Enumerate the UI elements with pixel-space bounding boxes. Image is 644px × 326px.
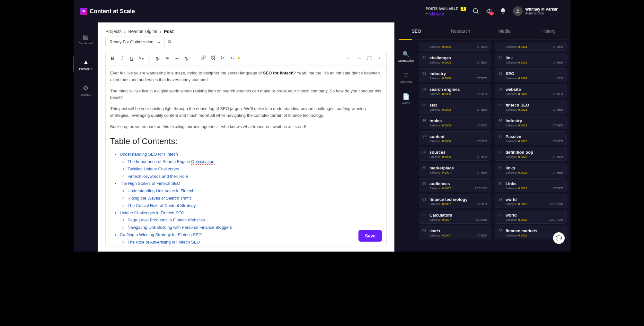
keyword-card[interactable]: 90 audiences Salience: 0.0007 PERSON [419,178,490,192]
toc-sublink[interactable]: Fintech Keywords and their Role [128,174,188,179]
link-button[interactable]: 🔗 [200,55,206,61]
search-icon[interactable] [472,8,480,15]
header: ≡ Content at Scale POSTS AVAILABLE 1 + A… [74,0,570,22]
toc-link[interactable]: Understanding SEO for Fintech [120,152,178,157]
paragraph-button[interactable]: ¶▾ [155,56,161,61]
kw-number: 91 [498,197,502,201]
bold-button[interactable]: B [110,56,115,61]
keyword-card[interactable]: 82 link Salience: 0.0024 OTHER [495,53,567,66]
toc-link[interactable]: Unique Challenges in Fintech SEO [120,210,184,215]
image-button[interactable]: 🖼 [210,55,216,61]
kw-term: Links [506,181,563,186]
tab-seo[interactable]: SEO [394,22,438,39]
kw-number: 82 [498,56,502,60]
editor-content[interactable]: Ever felt like you're wandering in a maz… [106,65,386,246]
subnav-notes[interactable]: 📄 Notes [402,93,410,105]
fullscreen-icon[interactable]: ⛶ [366,56,372,61]
keyword-card[interactable]: 89 marketplace Salience: 0.0007 OTHER [419,163,490,176]
keyword-card[interactable]: 83 industry Salience: 0.0008 OTHER [419,68,490,82]
add-more-link[interactable]: Add more [428,12,444,15]
keyword-card[interactable]: 89 links Salience: 0.0022 OTHER [495,163,567,176]
toc-sublink[interactable]: Understanding Link Value in Fintech [128,188,194,193]
toc-sublink[interactable]: The Role of Advertising in Fintech SEO [128,240,200,244]
keyword-card[interactable]: 92 world Salience: 0.0022 LOCATION [495,210,567,224]
nav-dashboard[interactable]: ▦ Dashboard [74,31,98,47]
keyword-card[interactable]: 90 Links Salience: 0.0022 OTHER [495,178,567,192]
keyword-card[interactable]: 84 website Salience: 0.0023 OTHER [495,84,567,98]
logo[interactable]: ≡ Content at Scale [80,8,135,15]
keyword-card[interactable]: 87 content Salience: 0.0008 OTHER [419,131,490,145]
tab-media[interactable]: Media [482,22,526,39]
kw-number: 87 [422,134,426,138]
tab-history[interactable]: History [526,22,570,39]
toc-sublink[interactable]: Navigating Link Building with Personal F… [128,225,232,230]
svg-point-2 [517,9,519,11]
kw-term: world [506,213,563,218]
add-button[interactable]: +▪ [229,55,235,61]
redo-button[interactable]: ↻ [219,55,225,61]
keyword-card[interactable]: 88 definition pop Salience: 0.0022 OTHER [495,147,567,161]
crumb-projects[interactable]: Projects [105,29,122,34]
svg-point-0 [473,9,478,13]
toc-sublink[interactable]: The Importance of Search Engine Optimisa… [128,159,214,164]
kw-term: Calculators [429,213,487,218]
kw-type: OTHER [553,124,563,127]
keyword-card[interactable]: 86 industry Salience: 0.0023 OTHER [495,116,567,129]
keyword-card[interactable]: 93 leads Salience: 0.0007 OTHER [419,226,490,239]
breadcrumb: Projects › Beacon Digital › Post [98,22,394,37]
kw-type: OTHER [553,187,563,190]
chat-widget[interactable]: 💬 [553,232,565,244]
more-icon[interactable]: ⋮ [377,56,383,61]
keyword-card[interactable]: 91 world Salience: 0.0022 LOCATION [495,194,567,208]
subnav-checklist[interactable]: ☑ Checklist [400,72,412,83]
posts-count-badge: 1 [461,7,466,11]
keyword-card[interactable]: 91 finance technology Salience: 0.0007 O… [419,194,490,208]
keyword-card[interactable]: 85 stat Salience: 0.0008 OTHER [419,100,490,114]
toc-sublink[interactable]: Tackling Unique Challenges [128,167,179,171]
keyword-card[interactable]: 85 fintech SEO Salience: 0.0023 OTHER [495,100,567,114]
posts-available: POSTS AVAILABLE 1 + Add more [426,6,466,16]
font-button[interactable]: A▼ [138,56,144,61]
announce-icon[interactable]: 3 [486,8,493,15]
settings-icon: ⚙ [83,84,89,92]
main-editor-panel: Projects › Beacon Digital › Post Ready F… [98,22,394,252]
kw-type: OTHER [553,155,563,159]
underline-button[interactable]: U [129,56,135,61]
keyword-card[interactable]: 92 Calculators Salience: 0.0007 GOODS [419,210,490,224]
subnav-optimization[interactable]: 🔍 Optimization [398,51,414,62]
keyword-card[interactable]: 88 sources Salience: 0.0008 OTHER [419,147,490,161]
status-select[interactable]: Ready For Optimization [105,37,165,47]
align-center-button[interactable]: ≣ [174,56,180,61]
toc-sublink[interactable]: The Crucial Role of Content Strategy [128,203,196,208]
crumb-project[interactable]: Beacon Digital [128,29,157,34]
nav-settings[interactable]: ⚙ Settings [74,82,98,98]
kw-number: 87 [498,134,502,138]
keyword-card[interactable]: Salience: 0.0024 OTHER [495,42,567,51]
kw-number: 84 [498,87,502,91]
toc-sublink[interactable]: Riding the Waves of Search Traffic [128,196,191,201]
keyword-card[interactable]: 84 search engines Salience: 0.0008 OTHER [419,84,490,98]
undo-icon[interactable]: ↶ [346,56,352,61]
toc-sublink[interactable]: Page-Level Problems in Fintech Websites [128,218,205,222]
italic-button[interactable]: I [119,56,125,61]
keyword-card[interactable]: 82 challenges Salience: 0.0008 OTHER [419,53,490,66]
keyword-card[interactable]: Salience: 0.0008 OTHER [419,42,490,51]
crumb-post: Post [164,29,173,34]
avatar [513,6,523,16]
kw-type: OTHER [477,108,487,111]
user-menu[interactable]: Whitney M Parker Administrator ⌄ [513,6,564,16]
tab-research[interactable]: Research [438,22,482,39]
toc-link[interactable]: The High Stakes of Fintech SEO [120,181,180,186]
save-button[interactable]: Save [358,230,382,242]
align-left-button[interactable]: ≡ [164,56,170,61]
keyword-card[interactable]: 83 SEO Salience: 0.0024 ORG [495,68,567,82]
keyword-card[interactable]: 86 topics Salience: 0.0008 OTHER [419,116,490,129]
rtl-button[interactable]: ¶› [184,56,190,61]
nav-projects[interactable]: ▲ Projectsⓘ [74,56,98,73]
logo-icon: ≡ [80,8,87,15]
redo-icon[interactable]: ↷ [356,56,362,61]
toc-link[interactable]: Crafting a Winning Strategy for Fintech … [120,232,202,237]
keyword-card[interactable]: 87 Passive Salience: 0.0022 OTHER [495,131,567,145]
open-external-icon[interactable]: ⧉ [168,39,171,45]
bell-icon[interactable] [499,8,507,15]
